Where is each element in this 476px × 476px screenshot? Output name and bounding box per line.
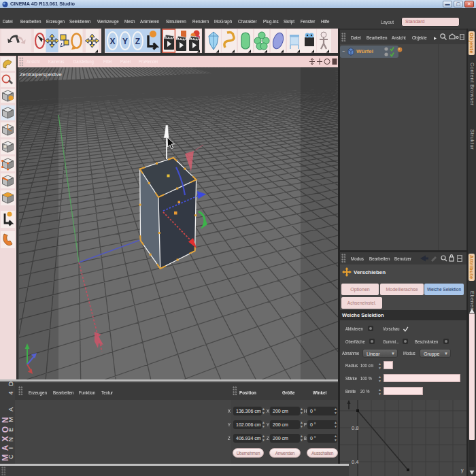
- svg-text:Y: Y: [122, 37, 128, 46]
- svg-text:y: y: [461, 468, 464, 473]
- svg-text:0.4: 0.4: [352, 459, 358, 465]
- svg-text:X: X: [109, 37, 115, 46]
- svg-text:Z: Z: [135, 37, 140, 46]
- svg-text:0.8: 0.8: [352, 425, 358, 431]
- svg-text:Zentralperspektive: Zentralperspektive: [20, 71, 62, 78]
